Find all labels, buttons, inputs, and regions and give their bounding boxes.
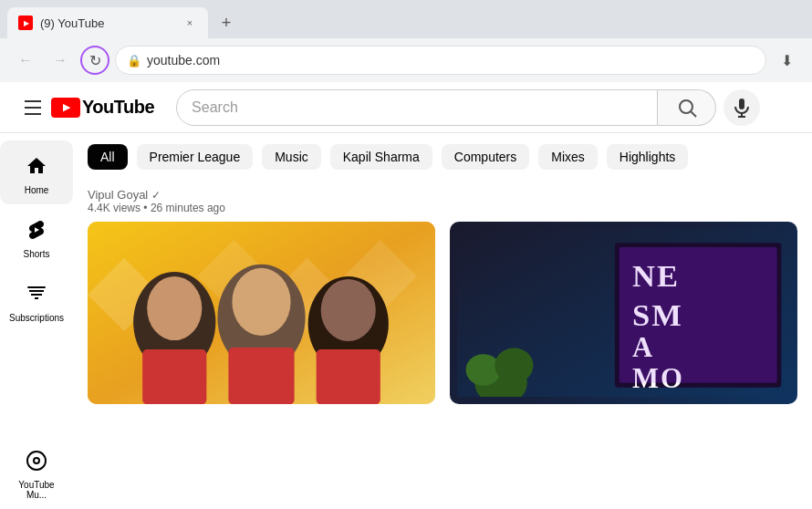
active-tab[interactable]: (9) YouTube × [7, 7, 208, 38]
video-meta: 4.4K views • 26 minutes ago [88, 202, 797, 214]
svg-rect-33 [619, 247, 777, 383]
yt-logo-icon [51, 98, 80, 118]
tab-bar: (9) YouTube × + [0, 0, 812, 38]
tab-title: (9) YouTube [40, 16, 175, 30]
nav-bar: ← → ↻ 🔒 youtube.com ⬇ [0, 38, 812, 82]
video-card-left[interactable] [88, 222, 435, 404]
video-grid: NE SM A MO [88, 222, 797, 404]
mic-icon [731, 97, 753, 119]
chip-computers[interactable]: Computers [442, 144, 529, 170]
filter-chips: All Premier League Music Kapil Sharma Co… [88, 144, 797, 170]
verified-icon: ✓ [151, 189, 161, 202]
video-info: Vipul Goyal ✓ 4.4K views • 26 minutes ag… [88, 184, 797, 222]
url-text: youtube.com [147, 53, 755, 68]
sidebar-item-shorts[interactable]: Shorts [0, 204, 73, 268]
chip-highlights[interactable]: Highlights [607, 144, 688, 170]
svg-point-18 [232, 268, 290, 336]
svg-point-0 [680, 100, 692, 113]
chip-all[interactable]: All [88, 144, 128, 170]
address-bar[interactable]: 🔒 youtube.com [115, 46, 766, 75]
video-card-right[interactable]: NE SM A MO [450, 222, 797, 404]
yt-logo[interactable]: YouTube [51, 97, 154, 118]
svg-point-26 [494, 348, 533, 382]
sidebar-item-home[interactable]: Home [0, 140, 73, 204]
youtube-app: YouTube Search [0, 82, 812, 509]
home-icon [26, 155, 47, 182]
video-thumb-right: NE SM A MO [450, 222, 797, 404]
tab-close-button[interactable]: × [182, 16, 197, 30]
yt-header: YouTube Search [0, 82, 812, 133]
search-placeholder: Search [192, 99, 238, 116]
yt-logo-text: YouTube [82, 97, 154, 118]
subscriptions-icon [26, 283, 47, 309]
svg-point-6 [27, 452, 46, 470]
svg-point-7 [34, 458, 39, 463]
search-button[interactable] [658, 89, 716, 126]
chip-mixes[interactable]: Mixes [538, 144, 598, 170]
yt-sidebar: Home Shorts Subscriptions YouTube Mu... [0, 133, 73, 509]
music-icon [26, 450, 47, 476]
svg-point-15 [147, 276, 202, 340]
sidebar-item-subscriptions[interactable]: Subscriptions [0, 268, 73, 332]
sidebar-label-shorts: Shorts [24, 249, 50, 259]
menu-button[interactable] [15, 89, 51, 126]
sidebar-label-subscriptions: Subscriptions [9, 313, 64, 323]
back-button[interactable]: ← [11, 46, 40, 75]
svg-rect-19 [228, 348, 294, 404]
svg-line-1 [691, 111, 696, 117]
sidebar-item-youtube-music[interactable]: YouTube Mu... [0, 435, 73, 509]
video-thumb-left [88, 222, 435, 404]
shorts-icon [26, 219, 47, 245]
svg-rect-22 [317, 349, 380, 404]
svg-rect-2 [739, 99, 744, 109]
yt-body: Home Shorts Subscriptions YouTube Mu... [0, 133, 812, 509]
svg-rect-5 [27, 286, 46, 288]
search-input[interactable]: Search [176, 89, 658, 126]
search-icon [676, 97, 698, 119]
forward-button[interactable]: → [46, 46, 75, 75]
sidebar-label-home: Home [25, 185, 49, 195]
sidebar-label-youtube-music: YouTube Mu... [7, 480, 66, 500]
hamburger-icon [25, 100, 41, 115]
svg-rect-16 [142, 349, 206, 404]
download-button[interactable]: ⬇ [772, 46, 801, 75]
browser-chrome: (9) YouTube × + ← → ↻ 🔒 youtube.com ⬇ [0, 0, 812, 82]
channel-name: Vipul Goyal ✓ [88, 188, 797, 202]
svg-point-21 [321, 279, 376, 341]
tab-favicon [18, 16, 33, 30]
tech-thumbnail-svg: NE SM A MO [457, 229, 790, 397]
yt-main: All Premier League Music Kapil Sharma Co… [73, 133, 812, 509]
mic-button[interactable] [724, 89, 760, 126]
soccer-players-svg [88, 222, 435, 404]
new-tab-button[interactable]: + [213, 10, 239, 36]
lock-icon: 🔒 [127, 54, 141, 68]
search-container: Search [176, 89, 760, 126]
chip-kapil-sharma[interactable]: Kapil Sharma [330, 144, 432, 170]
refresh-button[interactable]: ↻ [80, 46, 109, 75]
chip-music[interactable]: Music [262, 144, 321, 170]
chip-premier-league[interactable]: Premier League [137, 144, 254, 170]
